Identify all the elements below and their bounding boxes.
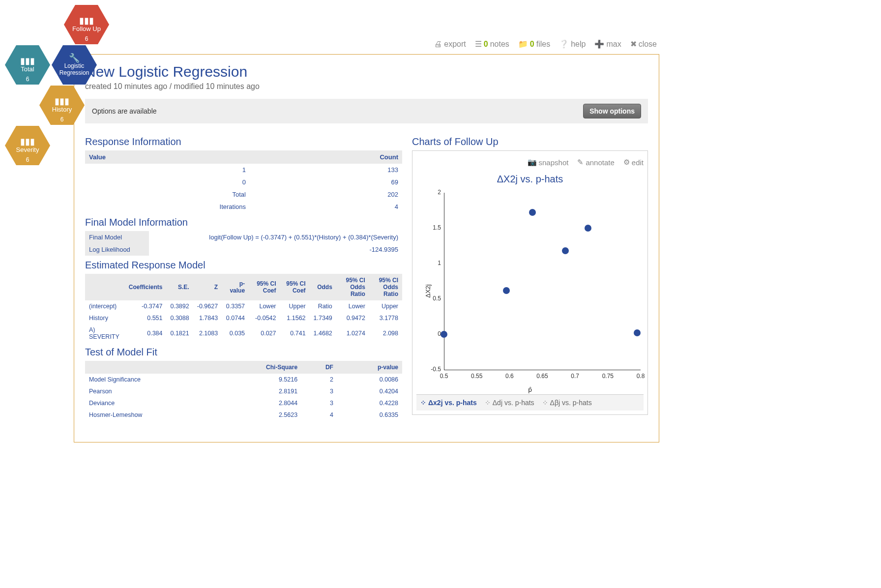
hex-history[interactable]: ▮▮▮ History 6	[39, 86, 85, 125]
hex-label: Logistic Regression	[52, 62, 97, 77]
y-tick: 0.5	[424, 295, 441, 302]
folder-icon: 📁	[518, 39, 528, 49]
cell: 2.5623	[212, 409, 301, 421]
bar-chart-icon: ▮▮▮	[55, 97, 69, 106]
annotate-button[interactable]: ✎annotate	[577, 158, 614, 167]
cell-count: 4	[275, 201, 402, 213]
value-final-model: logit(Follow Up) = (-0.3747) + (0.551)*(…	[149, 231, 402, 243]
camera-icon: 📷	[528, 158, 537, 167]
hex-followup[interactable]: ▮▮▮ Follow Up 6	[64, 5, 109, 44]
cell: 0.3088	[166, 312, 193, 324]
cell: 0.027	[249, 324, 280, 343]
cell: 0.3357	[222, 300, 249, 312]
help-button[interactable]: ❔ help	[559, 39, 586, 49]
col-header	[85, 274, 125, 300]
data-point	[440, 331, 447, 338]
cell: 3	[301, 385, 337, 397]
table-row: History0.5510.30881.78430.0744-0.05421.1…	[85, 312, 402, 324]
cell: 9.5216	[212, 374, 301, 385]
export-button[interactable]: 🖨 export	[434, 40, 466, 49]
main-panel: New Logistic Regression created 10 minut…	[74, 54, 659, 442]
table-row: Hosmer-Lemeshow2.562340.6335	[85, 409, 402, 421]
hex-severity[interactable]: ▮▮▮ Severity 6	[5, 126, 50, 165]
final-model-table: Final Modellogit(Follow Up) = (-0.3747) …	[85, 231, 402, 256]
section-estimated-model: Estimated Response Model	[85, 260, 402, 271]
notes-button[interactable]: ☰ 0notes	[475, 39, 509, 49]
cell: Upper	[280, 300, 310, 312]
gear-icon: ⚙	[623, 158, 630, 167]
table-row: Pearson2.819130.4204	[85, 385, 402, 397]
close-icon: ✖	[630, 39, 637, 49]
col-header: Chi-Square	[212, 361, 301, 374]
cell: 4	[301, 409, 337, 421]
cell: 1.1562	[280, 312, 310, 324]
cell: 2.098	[369, 324, 402, 343]
wrench-icon: 🔧	[69, 54, 80, 62]
cell: Deviance	[85, 397, 212, 409]
cell: 3	[301, 397, 337, 409]
data-point	[634, 329, 641, 336]
cell: 0.3892	[166, 300, 193, 312]
cell: 1.0274	[336, 324, 369, 343]
hex-count: 6	[26, 76, 29, 83]
table-row: 069	[85, 176, 402, 188]
cell: 1.4682	[310, 324, 336, 343]
cell: Ratio	[310, 300, 336, 312]
page-title: New Logistic Regression	[85, 63, 648, 80]
cell: Model Significance	[85, 374, 212, 385]
cell: 0.4228	[337, 397, 402, 409]
cell: Pearson	[85, 385, 212, 397]
files-button[interactable]: 📁 0files	[518, 39, 550, 49]
hex-count: 6	[60, 116, 64, 123]
hex-count: 6	[85, 35, 88, 42]
x-tick: 0.55	[471, 373, 482, 380]
bar-chart-icon: ▮▮▮	[79, 16, 94, 25]
chart-tab[interactable]: ⁘Δβj vs. p-hats	[542, 399, 592, 407]
hex-logistic-regression[interactable]: 🔧 Logistic Regression	[52, 45, 97, 85]
y-tick: -0.5	[424, 366, 441, 373]
max-button[interactable]: ➕ max	[594, 39, 621, 49]
edit-button[interactable]: ⚙edit	[623, 158, 644, 167]
hex-label: Total	[21, 65, 34, 73]
cell-count: 69	[275, 176, 402, 188]
col-header: DF	[301, 361, 337, 374]
cell: Upper	[369, 300, 402, 312]
col-header: S.E.	[166, 274, 193, 300]
x-axis-label: p̂	[528, 386, 532, 393]
table-row: 1133	[85, 164, 402, 176]
cell: 3.1778	[369, 312, 402, 324]
y-tick: 0	[424, 330, 441, 337]
label-log-likelihood: Log Likelihood	[85, 243, 149, 256]
cell: 2.1083	[193, 324, 222, 343]
data-point	[503, 287, 510, 294]
col-header: Odds	[310, 274, 336, 300]
bar-chart-icon: ▮▮▮	[20, 57, 35, 65]
col-header: 95% CI Coef	[280, 274, 310, 300]
model-fit-table: Chi-SquareDFp-value Model Significance9.…	[85, 361, 402, 421]
x-tick: 0.6	[505, 373, 514, 380]
list-icon: ☰	[475, 39, 482, 49]
hex-total[interactable]: ▮▮▮ Total 6	[5, 45, 50, 85]
table-row: Total202	[85, 188, 402, 201]
snapshot-button[interactable]: 📷snapshot	[528, 158, 569, 167]
section-charts: Charts of Follow Up	[412, 136, 648, 147]
cell: A) SEVERITY	[85, 324, 125, 343]
col-header: 95% CI Odds Ratio	[369, 274, 402, 300]
chart-tab[interactable]: ⁘Δdj vs. p-hats	[485, 399, 534, 407]
close-button[interactable]: ✖ close	[630, 39, 657, 49]
cell: 0.551	[125, 312, 167, 324]
hex-label: Follow Up	[72, 25, 101, 33]
scatter-icon: ⁘	[485, 399, 491, 407]
chart-actions: 📷snapshot ✎annotate ⚙edit	[416, 155, 644, 170]
page-meta: created 10 minutes ago / modified 10 min…	[85, 82, 648, 91]
chart-tab[interactable]: ⁘Δx2j vs. p-hats	[420, 399, 477, 407]
cell-count: 133	[275, 164, 402, 176]
table-row: Model Significance9.521620.0086	[85, 374, 402, 385]
data-point	[562, 247, 569, 254]
col-header: p-value	[337, 361, 402, 374]
cell: 0.9472	[336, 312, 369, 324]
table-row: A) SEVERITY0.3840.18212.10830.0350.0270.…	[85, 324, 402, 343]
show-options-button[interactable]: Show options	[583, 104, 641, 118]
data-point	[529, 209, 536, 216]
table-row: Iterations4	[85, 201, 402, 213]
